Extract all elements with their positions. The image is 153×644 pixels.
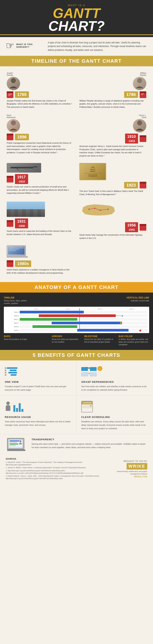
clear-scheduling-icon: CALENDAR	[81, 401, 93, 412]
anatomy-redline-title: Vertical Red Line	[115, 296, 149, 299]
anatomy-bars-title: Bars	[4, 335, 27, 338]
svg-rect-13	[142, 94, 143, 94]
person-gantt-label: Henry L.Gantt	[139, 114, 146, 118]
svg-point-0	[11, 78, 16, 83]
timeline-row-1931-1956: 1931-1936 Gantt charts used to supervise…	[4, 200, 149, 242]
screen-person-icon	[19, 440, 22, 444]
calendar-icon-1931	[7, 220, 14, 227]
timeline-row-1980s: 1980s Gantt charts experience a sudden r…	[4, 244, 149, 276]
gantt-silhouette-icon	[135, 120, 144, 132]
anatomy-bottom-left-labels: Bars Show full duration of a task.	[4, 335, 27, 346]
sources-section: Sources 1. Edward R. Marsh, "The Harmono…	[0, 455, 153, 483]
timeline-item-1896: KarolAdamiecki 1896 Polish management re…	[4, 112, 76, 159]
resource-usage-title: Resource Usage	[5, 416, 72, 418]
person-playfair-portrait	[133, 77, 146, 90]
svg-rect-21	[15, 167, 16, 168]
header-title-line2: Chart?	[8, 20, 145, 32]
benefit-grasp-dependencies: ▶ ▶ ! Grasp Dependencies See how tasks a…	[76, 360, 153, 396]
timeline-item-1956: 1956-1991 Gantt charts help manage the c…	[76, 200, 149, 242]
svg-rect-3	[10, 94, 11, 94]
grasp-dependencies-icon: ▶ ▶ !	[81, 366, 102, 377]
anatomy-milestone-title: Milestone	[84, 335, 115, 338]
calendar-grid-icon-1786	[141, 93, 145, 97]
benefit-transparency: Transparency Seeing who does which task …	[0, 434, 153, 455]
anatomy-milestone-label: Milestone Shows the due date of a projec…	[84, 335, 115, 344]
person-adamiecki-portrait	[7, 119, 20, 132]
person-adamiecki-label: KarolAdamiecki	[7, 114, 74, 118]
timeline-text-1931: Gantt charts used to supervise the build…	[7, 230, 74, 236]
timeline-row-1896-1910: KarolAdamiecki 1896 Polish management re…	[4, 112, 149, 159]
timeline-text-1917: Gantt's charts are used to oversee produ…	[7, 185, 74, 195]
calendar-icon-1765	[7, 91, 14, 98]
calendar-icon-1896	[7, 134, 14, 140]
computer-image	[7, 245, 30, 259]
sources-title: Sources	[6, 458, 105, 460]
svg-rect-20	[34, 166, 37, 167]
sorcery-label: What is thisSorcery?	[16, 43, 33, 48]
person-playfair-label: WilliamPlayfair	[140, 72, 146, 76]
timeline-text-1765: Joseph Priestly makes the first known ba…	[7, 99, 74, 109]
svg-rect-10	[9, 95, 10, 96]
hoover-dam-image	[7, 202, 45, 217]
book-image: TheGanttChart A Working Toolof Managemen…	[79, 163, 106, 180]
timeline-item-1910: Henry L.Gantt 1910-1915 American eng	[76, 112, 149, 159]
one-view-title: One View	[5, 380, 72, 383]
person-silhouette-icon	[5, 401, 12, 412]
date-badge-1765: 1765	[15, 91, 29, 98]
timeline-text-1956: Gantt charts help manage the constructio…	[79, 233, 146, 240]
sorcery-description: A type of bar chart to illustrate how lo…	[48, 41, 147, 52]
benefit-clear-scheduling: CALENDAR Clear	[76, 396, 153, 434]
anatomy-bars-desc: Show full duration of a task.	[4, 338, 27, 341]
red-vertical-line	[79, 308, 80, 332]
benefit-resource-usage: Resource Usage View which resources have…	[0, 396, 76, 434]
timeline-text-1896: Polish management researcher Karol Adami…	[7, 142, 74, 154]
grasp-dependencies-desc: See how tasks are related, and whether a…	[81, 385, 148, 392]
svg-rect-6	[9, 94, 10, 95]
timeline-text-1980s: Gantt charts experience a sudden resurge…	[7, 268, 74, 274]
anatomy-arrows-title: Arrows	[52, 335, 80, 338]
warning-triangle-icon: !	[98, 366, 102, 371]
svg-rect-14	[143, 94, 144, 94]
transparency-desc: Seeing who does which task — and where y…	[32, 442, 148, 449]
timeline-row-1765-1786: JosephPriestly	[4, 70, 149, 111]
clear-scheduling-desc: Deadlines are obvious. Every delay moves…	[81, 420, 148, 430]
person-priestley-label: JosephPriestly	[7, 72, 74, 76]
anatomy-bar-color-label: Bar Color In Wrike, blue tasks are activ…	[118, 335, 149, 346]
playfair-silhouette-icon	[135, 78, 144, 89]
sorcery-section: ☞ What is thisSorcery? A type of bar cha…	[0, 37, 153, 56]
priestley-silhouette-icon	[8, 78, 18, 89]
anatomy-redline-desc: Indicates current date	[115, 300, 149, 302]
calendar-icon-1786	[140, 91, 146, 98]
svg-rect-5	[8, 94, 9, 95]
wrike-url: WRIKE.COM	[134, 476, 147, 478]
svg-point-30	[20, 440, 22, 442]
svg-rect-15	[141, 94, 142, 95]
svg-rect-7	[10, 94, 11, 95]
brought-to-you-label: Brought to you by	[124, 460, 147, 462]
resource-usage-desc: View which resources have been allocated…	[5, 420, 72, 427]
benefits-content: One View Complex project? Lots of tasks?…	[0, 360, 153, 455]
adamiecki-silhouette-icon	[8, 120, 18, 132]
gun-icon	[8, 165, 39, 171]
date-badge-1980s: 1980s	[15, 260, 31, 267]
usa-map-image	[79, 202, 118, 221]
svg-point-29	[6, 402, 10, 405]
anatomy-bottom-right-labels: Arrows Show how tasks are dependent on o…	[52, 335, 149, 346]
benefits-section-header: 5 Benefits of Gantt Charts	[0, 350, 153, 360]
header-section: What is a Gantt Chart?	[0, 0, 153, 37]
person-priestley-portrait	[7, 77, 20, 90]
grasp-dependencies-title: Grasp Dependencies	[81, 380, 148, 383]
date-badge-1917: 1917-1918	[15, 174, 28, 184]
anatomy-redline-label: Vertical Red Line Indicates current date	[115, 296, 149, 305]
svg-rect-1	[8, 94, 9, 94]
timeline-item-1786: WilliamPlayfair 1786	[76, 70, 149, 111]
wrike-logo-text: Wrike	[128, 464, 145, 468]
timeline-text-1910: American engineer Henry L. Gantt invents…	[79, 145, 146, 157]
calendar-icon-1923	[140, 182, 146, 188]
one-view-desc: Complex project? Lots of tasks? Distill …	[5, 385, 72, 392]
anatomy-bar-color-title: Bar Color	[118, 335, 149, 338]
anatomy-timeline-desc: Shows hours, days, weeks, months, quarte…	[4, 300, 32, 305]
svg-rect-19	[10, 167, 34, 168]
timeline-text-1923: The term 'Gantt chart' is first used in …	[79, 190, 146, 196]
timeline-item-1980s: 1980s Gantt charts experience a sudden r…	[4, 244, 76, 276]
